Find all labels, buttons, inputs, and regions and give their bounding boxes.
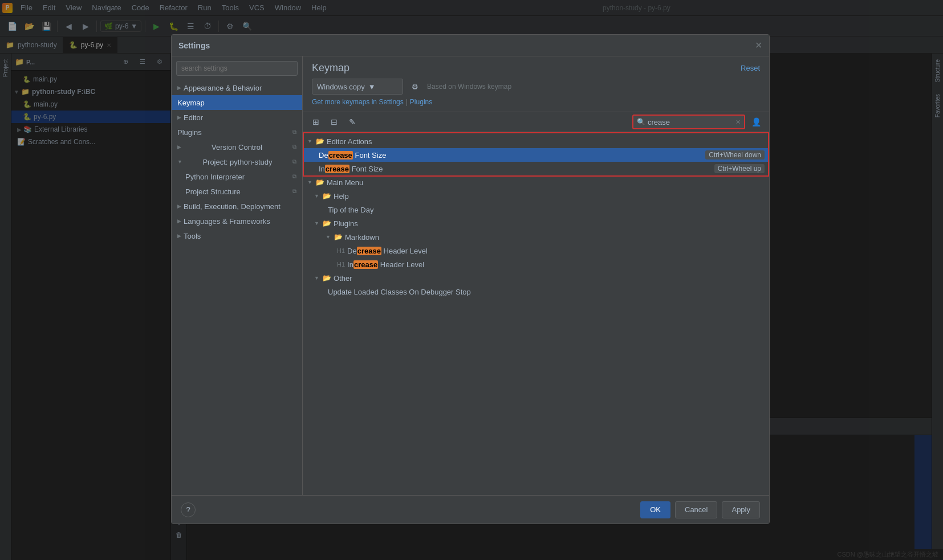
search-clear-icon[interactable]: ✕ [735,118,741,126]
settings-dialog: Settings ✕ ▶ Appearance & Behavior Keyma… [171,34,770,524]
inc-header-highlight: crease [353,260,378,269]
nav-keymap-label: Keymap [177,99,205,107]
keymap-scheme-settings-btn[interactable]: ⚙ [408,79,422,94]
nav-project-structure-copy[interactable]: ⧉ [292,188,296,195]
nav-languages[interactable]: ▶ Languages & Frameworks [172,214,302,228]
keymap-toolbar: ⊞ ⊟ ✎ 🔍 ✕ 👤 [303,112,769,132]
increase-highlight: crease [325,165,349,173]
keymap-search-input[interactable] [648,118,733,126]
nav-plugins-copy[interactable]: ⧉ [292,129,296,136]
update-classes-label: Update Loaded Classes On Debugger Stop [328,288,765,296]
nav-keymap[interactable]: Keymap [172,95,302,110]
settings-content: Keymap Reset Windows copy ▼ ⚙ Based on W… [303,56,769,495]
dialog-title-bar: Settings ✕ [172,35,769,56]
nav-python-interpreter-copy[interactable]: ⧉ [292,173,296,180]
keymap-links-row: Get more keymaps in Settings | Plugins [312,98,760,106]
keymap-tree: ▼ 📂 Editor Actions Decrease Font Size Ct… [303,132,769,495]
increase-font-size-label: Increase Font Size [319,165,714,173]
main-menu-label: Main Menu [327,178,765,187]
nav-python-interpreter[interactable]: Python Interpreter ⧉ [172,169,302,184]
nav-vcs-copy[interactable]: ⧉ [292,144,296,150]
markdown-arrow: ▼ [326,234,332,240]
help-folder-icon: 📂 [323,192,331,200]
nav-build-label: Build, Execution, Deployment [184,202,281,211]
main-menu-group[interactable]: ▼ 📂 Main Menu [303,175,769,189]
other-group[interactable]: ▼ 📂 Other [303,271,769,285]
tip-of-the-day-row[interactable]: Tip of the Day [303,203,769,216]
nav-appearance[interactable]: ▶ Appearance & Behavior [172,80,302,95]
nav-appearance-arrow: ▶ [177,85,181,91]
keymap-reset-btn[interactable]: Reset [741,64,760,72]
decrease-font-size-row[interactable]: Decrease Font Size Ctrl+Wheel down [303,148,769,162]
other-arrow: ▼ [314,275,321,281]
dialog-cancel-btn[interactable]: Cancel [675,501,717,518]
dialog-title: Settings [178,41,755,50]
nav-project-copy[interactable]: ⧉ [292,158,296,165]
dialog-overlay: Settings ✕ ▶ Appearance & Behavior Keyma… [0,0,943,560]
nav-plugins[interactable]: Plugins ⧉ [172,125,302,140]
dialog-ok-btn[interactable]: OK [640,501,670,518]
edit-shortcut-btn[interactable]: ✎ [345,115,360,129]
dialog-footer: ? OK Cancel Apply [172,495,769,524]
nav-languages-label: Languages & Frameworks [184,217,270,226]
decrease-header-level-row[interactable]: H1 Decrease Header Level [303,244,769,257]
update-classes-row[interactable]: Update Loaded Classes On Debugger Stop [303,285,769,299]
markdown-group[interactable]: ▼ 📂 Markdown [303,230,769,244]
settings-search-input[interactable] [176,61,298,76]
nav-project-structure[interactable]: Project Structure ⧉ [172,184,302,199]
editor-actions-folder-icon: 📂 [316,137,324,145]
dialog-help-btn[interactable]: ? [181,502,196,517]
editor-actions-group[interactable]: ▼ 📂 Editor Actions [303,134,769,148]
dialog-body: ▶ Appearance & Behavior Keymap ▶ Editor … [172,56,769,495]
decrease-font-size-label: Decrease Font Size [319,151,705,160]
nav-editor[interactable]: ▶ Editor [172,110,302,125]
help-arrow: ▼ [314,193,321,199]
markdown-folder-icon: 📂 [334,233,343,241]
expand-all-btn[interactable]: ⊞ [308,115,323,129]
plugins-group[interactable]: ▼ 📂 Plugins [303,216,769,230]
keymap-link-sep: | [406,98,408,106]
decrease-font-size-shortcut: Ctrl+Wheel down [705,150,765,160]
nav-tools-label: Tools [184,232,201,240]
nav-project[interactable]: ▼ Project: python-study ⧉ [172,154,302,169]
plugins-folder-icon: 📂 [323,219,331,227]
collapse-all-btn[interactable]: ⊟ [327,115,342,129]
help-group[interactable]: ▼ 📂 Help [303,189,769,203]
increase-header-level-label: Increase Header Level [347,260,765,269]
nav-project-label: Project: python-study [202,158,272,166]
keymap-filter-btn[interactable]: 👤 [749,115,763,129]
decrease-highlight: crease [328,151,353,160]
nav-python-interpreter-label: Python Interpreter [185,173,245,181]
dialog-close-btn[interactable]: ✕ [755,40,762,51]
help-label: Help [334,192,765,201]
keymap-based-on: Based on Windows keymap [427,83,511,91]
keymap-select-arrow: ▼ [368,83,376,91]
tip-of-the-day-label: Tip of the Day [328,206,765,214]
nav-appearance-label: Appearance & Behavior [184,84,262,92]
nav-vcs[interactable]: ▶ Version Control ⧉ [172,140,302,154]
keymap-plugins-link[interactable]: Plugins [410,98,432,106]
increase-font-size-shortcut: Ctrl+Wheel up [714,164,765,173]
nav-editor-label: Editor [184,113,203,122]
settings-nav: ▶ Appearance & Behavior Keymap ▶ Editor … [172,56,303,495]
nav-vcs-arrow: ▶ [177,144,181,150]
h1-increase-icon: H1 [337,261,345,268]
dialog-apply-btn[interactable]: Apply [722,501,760,518]
nav-project-arrow: ▼ [177,159,182,165]
h1-decrease-icon: H1 [337,247,345,254]
keymap-get-more-link[interactable]: Get more keymaps in Settings [312,98,404,106]
keymap-scheme-label: Windows copy [317,83,365,91]
increase-header-level-row[interactable]: H1 Increase Header Level [303,257,769,271]
other-folder-icon: 📂 [323,274,331,282]
editor-actions-arrow: ▼ [307,138,314,144]
main-menu-arrow: ▼ [307,179,314,185]
markdown-label: Markdown [345,233,765,242]
nav-vcs-label: Version Control [212,143,262,152]
nav-build-arrow: ▶ [177,203,181,209]
nav-build[interactable]: ▶ Build, Execution, Deployment [172,199,302,214]
increase-font-size-row[interactable]: Increase Font Size Ctrl+Wheel up [303,162,769,175]
keymap-scheme-select[interactable]: Windows copy ▼ [312,79,403,95]
nav-tools[interactable]: ▶ Tools [172,228,302,243]
nav-languages-arrow: ▶ [177,218,181,224]
decrease-header-level-label: Decrease Header Level [347,247,765,255]
